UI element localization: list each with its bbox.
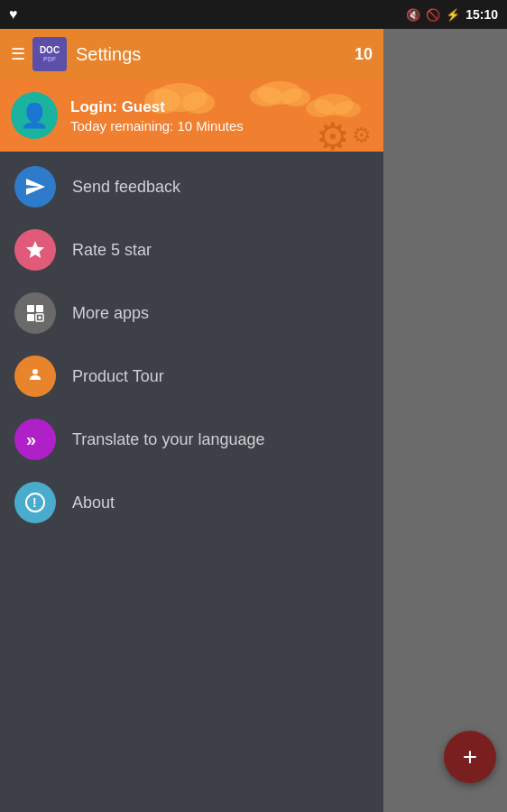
toolbar-title: Settings [76,44,355,65]
toolbar-badge: 10 [355,45,373,64]
product-tour-icon [14,355,56,397]
main-panel: ☰ DOC PDF Settings 10 ⚙ ⚙ 👤 [0,29,383,812]
user-banner[interactable]: ⚙ ⚙ 👤 Login: Guest Today remaining: 10 M… [0,79,383,152]
menu-item-rate-star[interactable]: Rate 5 star [0,218,383,281]
menu-item-translate[interactable]: » Translate to your language [0,408,383,471]
svg-rect-13 [27,314,34,321]
menu-icon[interactable]: ☰ [11,44,25,64]
right-panel: + [383,29,507,812]
svg-text:»: » [26,429,36,449]
user-login: Login: Guest [70,98,244,116]
svg-point-3 [257,81,302,105]
menu-item-product-tour[interactable]: Product Tour [0,345,383,408]
product-tour-label: Product Tour [72,367,164,386]
block-icon: 🚫 [426,8,440,22]
svg-point-5 [281,88,310,106]
user-remaining: Today remaining: 10 Minutes [70,118,244,134]
more-apps-label: More apps [72,304,149,323]
translate-icon: » [14,419,56,460]
status-time: 15:10 [466,7,498,22]
battery-icon: ⚡ [446,8,460,22]
svg-point-7 [306,99,335,117]
translate-label: Translate to your language [72,430,264,449]
svg-point-4 [250,87,282,106]
menu-item-more-apps[interactable]: More apps [0,281,383,345]
menu-item-send-feedback[interactable]: Send feedback [0,155,383,218]
mute-icon: 🔇 [406,8,420,22]
about-label: About [72,494,115,512]
rate-star-label: Rate 5 star [72,241,152,260]
user-avatar: 👤 [11,92,58,139]
fab-icon: + [463,744,477,770]
toolbar: ☰ DOC PDF Settings 10 [0,29,383,79]
svg-point-6 [314,94,354,115]
svg-point-8 [334,101,361,117]
svg-point-17 [32,369,38,374]
usb-icon: ♥ [9,6,18,23]
fab-button[interactable]: + [444,731,496,783]
svg-rect-11 [27,305,34,312]
svg-text:!: ! [32,495,37,510]
more-apps-icon [14,292,56,334]
menu-item-about[interactable]: ! About [0,471,383,534]
rate-star-icon [14,229,56,271]
svg-rect-12 [36,305,43,312]
send-feedback-icon [14,166,56,208]
app-icon-line1: DOC [40,45,60,56]
app-icon-line2: PDF [43,56,56,63]
app-icon: DOC PDF [32,37,67,71]
status-bar: ♥ 🔇 🚫 ⚡ 15:10 [0,0,507,29]
svg-text:⚙: ⚙ [352,123,372,147]
about-icon: ! [14,482,56,523]
svg-text:⚙: ⚙ [316,115,350,152]
user-info: Login: Guest Today remaining: 10 Minutes [70,98,244,134]
avatar-icon: 👤 [20,102,49,130]
menu-list: Send feedback Rate 5 star [0,152,383,534]
send-feedback-label: Send feedback [72,178,180,197]
